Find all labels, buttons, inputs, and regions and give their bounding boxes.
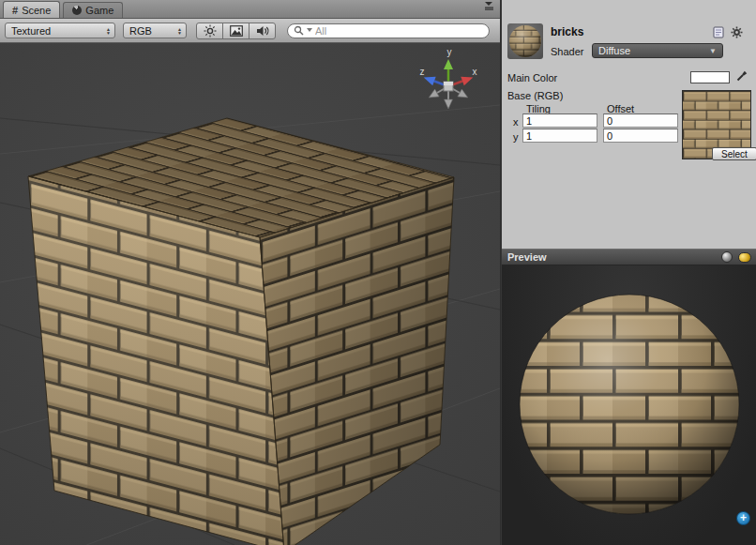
preview-sphere-icon[interactable] [721, 251, 733, 263]
offset-y-input[interactable] [603, 129, 678, 143]
scene-skybox-toggle[interactable] [222, 23, 249, 39]
pane-menu-icon[interactable] [484, 0, 494, 14]
texture-select-button[interactable]: Select [712, 147, 756, 160]
scene-toolbar: Textured ▲▼ RGB ▲▼ [0, 19, 500, 43]
scene-render[interactable]: y x z [0, 43, 500, 545]
material-inspector: bricks Shader Diffuse ▼ [502, 19, 756, 249]
render-channel-value: RGB [129, 25, 152, 37]
tab-scene[interactable]: # Scene [3, 1, 60, 18]
gizmo-z-label[interactable]: z [420, 67, 425, 77]
main-color-label: Main Color [507, 72, 557, 83]
search-filter-caret-icon [307, 28, 312, 33]
gear-icon[interactable] [730, 26, 743, 38]
preview-light-icon[interactable] [738, 252, 751, 263]
base-texture-label: Base (RGB) [507, 90, 563, 101]
search-input[interactable] [315, 25, 481, 37]
shader-value: Diffuse [598, 45, 630, 56]
draw-mode-dropdown[interactable]: Textured ▲▼ [5, 23, 115, 38]
material-preview-thumbnail[interactable] [507, 23, 543, 59]
tiling-y-input[interactable] [522, 129, 597, 143]
offset-x-input[interactable] [603, 114, 678, 128]
row-y-label: y [513, 131, 519, 143]
chevron-down-icon: ▼ [709, 47, 717, 55]
draw-mode-value: Textured [11, 25, 51, 37]
sun-icon [204, 24, 217, 38]
inspector-pane: i Inspector bricks Shader [501, 0, 756, 545]
unity-editor-window: # Scene Game Textured ▲▼ RGB ▲▼ [0, 0, 756, 545]
scene-viewport[interactable]: y x z [0, 43, 500, 545]
dropdown-caret-icon: ▲▼ [177, 27, 182, 35]
scene-lighting-toggle[interactable] [196, 23, 223, 39]
preview-sphere[interactable] [502, 265, 756, 545]
scene-audio-toggle[interactable] [249, 23, 276, 39]
audio-icon [256, 25, 269, 37]
shader-dropdown[interactable]: Diffuse ▼ [592, 43, 723, 58]
shader-label: Shader [551, 46, 583, 57]
tab-scene-label: Scene [22, 5, 51, 16]
gizmo-y-label[interactable]: y [447, 47, 452, 57]
search-icon [294, 25, 304, 36]
preview-header[interactable]: Preview [502, 249, 756, 265]
render-channel-dropdown[interactable]: RGB ▲▼ [123, 23, 187, 38]
scene-tabbar: # Scene Game [0, 0, 500, 19]
row-x-label: x [513, 116, 519, 128]
material-name: bricks [551, 25, 583, 38]
tab-game-label: Game [85, 5, 113, 16]
tab-game[interactable]: Game [63, 2, 123, 18]
preview-title: Preview [507, 251, 547, 263]
gizmo-x-label[interactable]: x [473, 67, 477, 77]
tiling-x-input[interactable] [522, 114, 597, 128]
game-icon [72, 6, 82, 15]
eyedropper-icon[interactable] [735, 68, 748, 86]
material-preview-area[interactable]: + [502, 265, 756, 545]
main-color-swatch[interactable] [690, 71, 730, 83]
scene-search-field[interactable] [287, 23, 490, 38]
scene-grid-icon: # [12, 5, 18, 16]
dropdown-caret-icon: ▲▼ [106, 27, 111, 35]
add-button[interactable]: + [736, 511, 750, 525]
image-icon [230, 25, 243, 37]
help-icon[interactable] [712, 26, 725, 38]
